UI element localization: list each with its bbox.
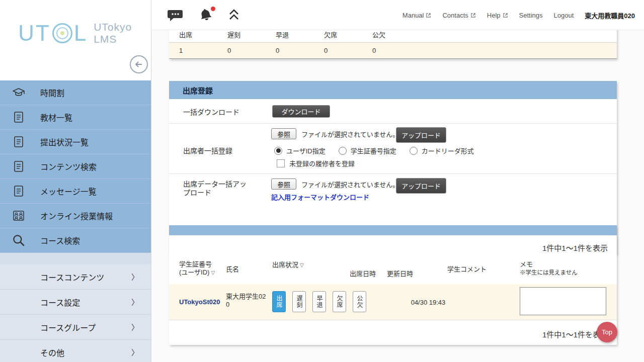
register-unenrolled-checkbox[interactable]: 未登録の履修者を登録 [277, 158, 355, 168]
sidebar-submenu: コースコンテンツ 〉 コース設定 〉 コースグループ 〉 その他 〉 [0, 264, 151, 362]
panel-title: 出席登録 [169, 81, 617, 99]
status-button-present[interactable]: 出席 [272, 291, 286, 312]
upload-button[interactable]: アップロード [396, 127, 446, 143]
bulk-download-label: 一括ダウンロード [183, 107, 239, 117]
sidebar-item-content-search[interactable]: コンテンツ検索 [0, 154, 151, 179]
sidebar-item-label: メッセージ一覧 [40, 185, 97, 197]
status-button-group: 出席 遅刻 早退 欠席 公欠 [272, 291, 366, 312]
sidebar-item-label: コースコンテンツ [40, 271, 104, 283]
summary-header: 遅刻 [217, 30, 266, 39]
browse-button[interactable]: 参照 [271, 178, 296, 190]
memo-textarea[interactable] [520, 287, 606, 315]
id-type-radio-group: ユーザID指定 学生証番号指定 カードリーダ形式 [274, 146, 474, 155]
user-name: 東大用教職員020 [585, 11, 635, 20]
sidebar-item-label: その他 [40, 346, 64, 358]
status-button-excused[interactable]: 公欠 [353, 291, 366, 312]
sidebar-item-label: コースグループ [40, 321, 96, 333]
collapse-sidebar-button[interactable] [130, 55, 148, 73]
summary-value: 0 [314, 47, 362, 54]
checkbox-icon [277, 159, 285, 167]
pagination-text: 1件中1〜1件を表示 [542, 242, 608, 253]
attendee-bulk-register-row: 出席者一括登録 参照 ファイルが選択されていません。 アップロード ユーザID指… [169, 123, 617, 173]
upload-button[interactable]: アップロード [396, 178, 446, 194]
sidebar-item-online-class-info[interactable]: オンライン授業情報 [0, 204, 151, 228]
status-button-early-leave[interactable]: 早退 [312, 291, 326, 312]
column-header-comment: 学生コメント [447, 265, 487, 274]
link-logout[interactable]: Logout [554, 12, 574, 19]
people-grid-icon [11, 208, 26, 223]
external-link-icon [503, 13, 508, 18]
column-header-status[interactable]: 出席状況▽ [272, 261, 304, 269]
sidebar-item-label: オンライン授業情報 [40, 210, 113, 222]
format-download-link[interactable]: 記入用フォーマットダウンロード [271, 192, 369, 202]
attendance-row: UTokyoSt020 東大用学生020 出席 遅刻 早退 欠席 公欠 04/3… [169, 284, 617, 320]
sidebar-item-label: コース検索 [40, 234, 80, 246]
column-header-attend-time: 出席日時 [350, 270, 376, 278]
link-contacts[interactable]: Contacts [442, 12, 475, 19]
sidebar-item-course-search[interactable]: コース検索 [0, 228, 151, 253]
radio-card-reader-format[interactable]: カードリーダ形式 [410, 146, 474, 155]
sort-triangle-icon: ▽ [211, 270, 215, 276]
document-icon [11, 134, 26, 149]
chat-bubble-icon [167, 8, 183, 22]
column-header-name: 氏名 [226, 265, 239, 274]
logo-area: UT L UTokyo LMS [0, 0, 151, 80]
sidebar-item-label: コース設定 [40, 296, 80, 308]
link-help[interactable]: Help [487, 12, 508, 19]
sidebar-item-label: コンテンツ検索 [40, 160, 97, 172]
student-name: 東大用学生020 [226, 293, 268, 309]
sidebar-item-label: 時間割 [40, 86, 64, 99]
status-button-absent[interactable]: 欠席 [333, 291, 346, 312]
sidebar-item-course-contents[interactable]: コースコンテンツ 〉 [0, 264, 151, 290]
logo-o-rings-icon [52, 23, 72, 43]
file-status-text: ファイルが選択されていません。 [301, 129, 399, 139]
topbar-icons [166, 0, 241, 30]
sidebar-item-course-settings[interactable]: コース設定 〉 [0, 290, 151, 315]
summary-header: 出席 [169, 30, 217, 39]
status-button-late[interactable]: 遅刻 [292, 291, 306, 312]
utol-logo: UT L UTokyo LMS [18, 21, 132, 45]
logo-text-ut: UT [18, 22, 51, 44]
file-picker: 参照 ファイルが選択されていません。 [271, 128, 399, 139]
radio-student-card-number[interactable]: 学生証番号指定 [339, 146, 396, 155]
sidebar: UT L UTokyo LMS 時間割 [0, 0, 151, 362]
attendance-list-table: 1件中1〜1件を表示 学生証番号 (ユーザID)▽ 氏名 出席状況▽ 出席日時 … [169, 235, 617, 345]
chevron-right-icon: 〉 [131, 272, 139, 282]
sidebar-item-messages[interactable]: メッセージ一覧 [0, 179, 151, 204]
summary-header: 早退 [266, 30, 314, 39]
sidebar-item-others[interactable]: その他 〉 [0, 340, 151, 362]
download-button[interactable]: ダウンロード [272, 105, 330, 118]
document-icon [11, 159, 26, 174]
bulk-download-row: 一括ダウンロード ダウンロード [169, 99, 617, 123]
sidebar-item-timetable[interactable]: 時間割 [0, 80, 151, 105]
messages-button[interactable] [166, 7, 185, 24]
main-content: 出席 遅刻 早退 欠席 公欠 1 0 0 0 0 出席登録 一括ダウンロード ダ… [151, 30, 644, 362]
summary-value: 0 [266, 47, 314, 54]
link-settings[interactable]: Settings [519, 12, 543, 19]
summary-value: 1 [169, 47, 217, 54]
sidebar-item-materials[interactable]: 教材一覧 [0, 105, 151, 130]
notifications-button[interactable] [197, 6, 215, 24]
link-manual[interactable]: Manual [403, 12, 432, 19]
student-id-link[interactable]: UTokyoSt020 [179, 298, 220, 306]
summary-value-row: 1 0 0 0 0 [169, 43, 617, 59]
file-status-text: ファイルが選択されていません。 [301, 179, 399, 189]
column-header-student-id[interactable]: 学生証番号 (ユーザID)▽ [179, 260, 215, 277]
radio-user-id[interactable]: ユーザID指定 [274, 146, 326, 155]
radio-unselected-icon [339, 147, 347, 155]
topbar-links: Manual Contacts Help Settings Logout 東大用… [403, 0, 635, 30]
summary-value: 0 [362, 47, 411, 54]
data-upload-label: 出席データ一括アップロード [183, 180, 250, 197]
sidebar-item-course-group[interactable]: コースグループ 〉 [0, 315, 151, 340]
browse-button[interactable]: 参照 [271, 128, 296, 139]
scroll-top-chevrons-button[interactable] [227, 7, 241, 23]
attendee-bulk-label: 出席者一括登録 [183, 145, 232, 155]
graduation-cap-icon [11, 85, 26, 100]
arrow-left-icon [134, 59, 144, 69]
sidebar-item-submission-status[interactable]: 提出状況一覧 [0, 130, 151, 154]
document-icon [11, 110, 26, 125]
scroll-to-top-button[interactable]: Top [597, 322, 617, 342]
sort-triangle-icon: ▽ [300, 262, 304, 268]
topbar: Manual Contacts Help Settings Logout 東大用… [151, 0, 644, 30]
attendance-data-upload-row: 出席データ一括アップロード 参照 ファイルが選択されていません。 アップロード … [169, 173, 617, 204]
